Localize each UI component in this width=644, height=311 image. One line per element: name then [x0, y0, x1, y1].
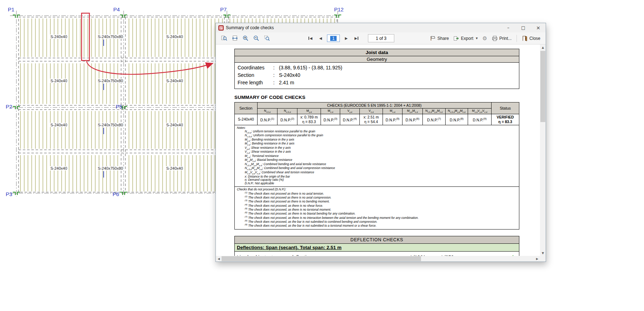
- deflection-rows: Live load instantaneous deflectionL/1961…: [235, 252, 519, 256]
- printer-icon: [492, 36, 498, 41]
- zoom-page-icon: [221, 35, 227, 41]
- maximize-button[interactable]: □: [516, 23, 531, 32]
- notes-box: Notes: Nt,0,d: Uniform tension resistanc…: [234, 125, 519, 187]
- fit-width-button[interactable]: [230, 34, 240, 43]
- note-line: D.N.P.: Not applicable: [237, 182, 517, 185]
- report-toolbar: ◀ ◀ 1 ▶ ▶ 1 of 3 Share Export ▼: [216, 32, 546, 44]
- joist-data-value: S-240x40: [279, 72, 300, 79]
- summary-dialog: Summary of code checks – □ ×: [215, 23, 546, 262]
- checks-column-header: Mx,d: [383, 109, 402, 114]
- report-page: Joist data Geometry Coordinates:(3.88, 9…: [216, 44, 540, 256]
- last-page-button[interactable]: ▶: [352, 35, 361, 42]
- joist-data-value: 2.41 m: [279, 79, 294, 86]
- settings-button[interactable]: ⚙: [481, 34, 489, 43]
- dnp-line: (7) The check does not proceed, as there…: [237, 216, 517, 220]
- joist-data-label: Section: [238, 72, 273, 79]
- checks-column-header: My,dMz,d: [402, 109, 422, 114]
- print-label: Print...: [499, 36, 512, 41]
- notes-lines: Nt,0,d: Uniform tension resistance paral…: [237, 130, 517, 185]
- checks-column-header: Nc,0,dMy,dMz,d: [445, 109, 468, 114]
- fit-width-icon: [232, 35, 238, 41]
- zoom-in-icon: [243, 35, 249, 41]
- checks-cell: D.N.P.(8): [445, 114, 468, 125]
- close-report-button[interactable]: Close: [520, 34, 542, 43]
- next-page-button[interactable]: ▶: [342, 35, 351, 42]
- horizontal-scrollbar[interactable]: ◀ ▶: [216, 256, 540, 262]
- share-icon: [430, 36, 436, 41]
- zoom-region-button[interactable]: [262, 34, 272, 43]
- checks-section-value: S-240x40: [235, 114, 258, 125]
- checks-column-header: Mz,d: [321, 109, 340, 114]
- checks-data-row: S-240x40 D.N.P.(1)D.N.P.(2)x: 0.789 mη =…: [235, 114, 519, 125]
- scroll-left-icon[interactable]: ◀: [216, 256, 222, 262]
- share-label: Share: [437, 36, 449, 41]
- door-close-icon: [522, 36, 528, 41]
- page-number-input[interactable]: 1: [327, 35, 340, 42]
- print-button[interactable]: Print...: [490, 34, 514, 43]
- zoom-out-icon: [253, 35, 259, 41]
- zoom-out-button[interactable]: [251, 34, 261, 43]
- deflection-table: DEFLECTION CHECKS Deflections: Span (sec…: [234, 236, 519, 256]
- dialog-title: Summary of code checks: [226, 25, 501, 30]
- checks-column-header: Vy,d: [340, 109, 359, 114]
- checks-cell: x: 0.789 mη = 83.3: [297, 114, 321, 125]
- scroll-up-icon[interactable]: ▲: [540, 44, 546, 50]
- window-close-button[interactable]: ×: [531, 23, 546, 32]
- checks-col-header-row: Nt,0,dNc,0,dMy,dMz,dVy,dVz,dMx,dMy,dMz,d…: [235, 109, 519, 114]
- report-app-icon: [218, 25, 224, 31]
- dnp-line: (9) The check does not proceed, as the b…: [237, 223, 517, 227]
- horizontal-scroll-thumb[interactable]: [222, 256, 421, 261]
- report-document-area: Joist data Geometry Coordinates:(3.88, 9…: [216, 44, 546, 262]
- summary-heading: SUMMARY OF CODE CHECKS: [234, 95, 519, 100]
- dnp-line: (1) The check does not proceed as there …: [237, 191, 517, 195]
- export-label: Export: [461, 36, 473, 41]
- checks-cell: x: 2.51 mη = 54.4: [359, 114, 383, 125]
- dialog-titlebar[interactable]: Summary of code checks – □ ×: [216, 23, 546, 32]
- joist-data-row: Free length:2.41 m: [238, 79, 516, 86]
- checks-section-header: Section: [235, 102, 258, 114]
- vertical-scrollbar[interactable]: ▲ ▼: [540, 44, 546, 256]
- scroll-down-icon[interactable]: ▼: [540, 250, 546, 256]
- first-page-button[interactable]: ◀: [306, 35, 315, 42]
- checks-cell: D.N.P.(1): [257, 114, 277, 125]
- joist-data-label: Coordinates: [238, 64, 273, 72]
- dnp-lines: (1) The check does not proceed as there …: [237, 191, 517, 228]
- checks-cell: D.N.P.(7): [423, 114, 446, 125]
- note-line: Nc,0,d: Uniform compression resistance p…: [237, 134, 517, 138]
- previous-page-button[interactable]: ◀: [316, 35, 325, 42]
- checks-table: Section CHECKS (EUROCODE 5 EN 1995-1-1: …: [234, 102, 519, 125]
- page-count-indicator: 1 of 3: [368, 34, 394, 42]
- dnp-line: (8) The check does not proceed, as the b…: [237, 220, 517, 223]
- checks-cell: D.N.P.(3): [321, 114, 340, 125]
- joist-data-table: Joist data Geometry Coordinates:(3.88, 9…: [234, 49, 519, 89]
- joist-data-body: Coordinates:(3.88, 9.615) - (3.88, 11.92…: [235, 63, 519, 89]
- joist-data-subtitle: Geometry: [235, 56, 519, 63]
- deflection-row: Live load instantaneous deflectionL/1961…: [235, 252, 519, 256]
- checks-code-header: CHECKS (EUROCODE 5 EN 1995-1-1: 2004 + A…: [257, 102, 491, 109]
- checks-column-header: Vz,d: [359, 109, 383, 114]
- note-line: Mx,dVy,dVz,d: Combined shear and torsion…: [237, 171, 517, 175]
- dnp-line: (4) The check does not proceed, as there…: [237, 204, 517, 207]
- dnp-line: (5) The check does not proceed, as there…: [237, 207, 517, 211]
- checks-column-header: Nt,0,d: [257, 109, 277, 114]
- note-line: Vz,d: Shear resistance in the z axis: [237, 150, 517, 154]
- zoom-page-button[interactable]: [219, 34, 229, 43]
- checks-column-header: My,d: [297, 109, 321, 114]
- close-label: Close: [529, 36, 540, 41]
- checks-cell: D.N.P.(6): [402, 114, 422, 125]
- share-button[interactable]: Share: [428, 34, 451, 43]
- vertical-scroll-thumb[interactable]: [540, 51, 545, 122]
- joist-data-row: Coordinates:(3.88, 9.615) - (3.88, 11.92…: [238, 64, 516, 72]
- export-caret-icon: ▼: [476, 37, 478, 40]
- scrollbar-corner: [540, 256, 546, 262]
- dnp-box: Checks that do not proceed (D.N.P.): (1)…: [234, 186, 519, 230]
- joist-data-label: Free length: [238, 79, 273, 86]
- checks-cell: D.N.P.(5): [383, 114, 402, 125]
- minimize-button[interactable]: –: [501, 23, 516, 32]
- check-pass-icon: ✓: [509, 253, 517, 256]
- export-button[interactable]: Export ▼: [452, 34, 479, 43]
- checks-status-header: Status: [491, 102, 519, 114]
- zoom-in-button[interactable]: [241, 34, 250, 43]
- gear-icon: ⚙: [482, 35, 487, 42]
- scroll-right-icon[interactable]: ▶: [534, 256, 540, 262]
